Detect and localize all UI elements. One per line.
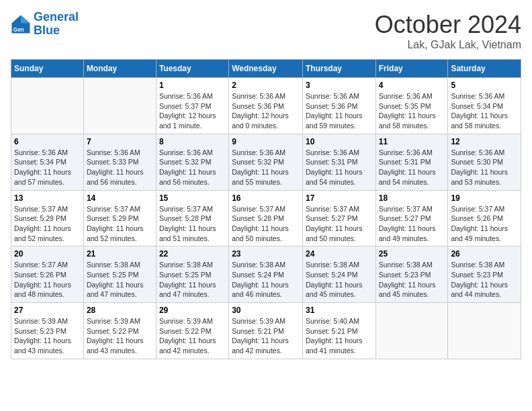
day-detail: Sunset: 5:23 PM — [14, 326, 81, 336]
day-detail: Sunset: 5:26 PM — [14, 270, 81, 280]
weekday-header-sunday: Sunday — [11, 60, 84, 78]
calendar-cell: 8Sunrise: 5:36 AMSunset: 5:32 PMDaylight… — [156, 134, 228, 190]
day-detail: Sunset: 5:21 PM — [232, 326, 300, 336]
calendar-table: SundayMondayTuesdayWednesdayThursdayFrid… — [11, 59, 521, 359]
day-detail: Sunrise: 5:37 AM — [232, 204, 300, 214]
day-number: 13 — [14, 193, 81, 203]
day-detail: Daylight: 11 hours and 58 minutes. — [451, 111, 518, 130]
day-number: 10 — [306, 137, 373, 146]
day-detail: Daylight: 11 hours and 50 minutes. — [306, 224, 373, 243]
day-detail: Sunrise: 5:37 AM — [451, 204, 518, 214]
calendar-cell — [83, 78, 156, 134]
day-detail: Sunset: 5:27 PM — [306, 214, 373, 224]
day-number: 5 — [451, 81, 518, 90]
day-detail: Sunrise: 5:38 AM — [379, 260, 445, 270]
calendar-cell — [11, 78, 84, 134]
day-number: 23 — [232, 249, 300, 259]
day-number: 1 — [159, 81, 226, 90]
calendar-week-3: 13Sunrise: 5:37 AMSunset: 5:29 PMDayligh… — [11, 190, 521, 246]
title-block: October 2024 Lak, GJak Lak, Vietnam — [375, 11, 521, 51]
day-detail: Daylight: 11 hours and 45 minutes. — [306, 280, 373, 300]
day-number: 14 — [87, 193, 153, 203]
day-detail: Sunrise: 5:38 AM — [159, 260, 226, 270]
day-number: 6 — [14, 137, 81, 146]
day-detail: Daylight: 11 hours and 47 minutes. — [87, 280, 153, 300]
logo-text: General Blue — [34, 11, 79, 38]
day-detail: Daylight: 11 hours and 48 minutes. — [14, 280, 81, 300]
day-detail: Daylight: 11 hours and 41 minutes. — [306, 336, 373, 355]
day-detail: Daylight: 11 hours and 46 minutes. — [232, 280, 300, 300]
day-detail: Sunrise: 5:38 AM — [232, 260, 300, 270]
calendar-cell: 6Sunrise: 5:36 AMSunset: 5:34 PMDaylight… — [11, 134, 84, 190]
day-detail: Sunset: 5:25 PM — [87, 270, 153, 280]
day-detail: Sunrise: 5:36 AM — [306, 91, 373, 101]
day-number: 19 — [451, 193, 518, 203]
calendar-cell: 29Sunrise: 5:39 AMSunset: 5:22 PMDayligh… — [156, 303, 228, 359]
day-detail: Sunrise: 5:36 AM — [379, 148, 445, 158]
day-detail: Sunset: 5:37 PM — [159, 101, 226, 111]
day-detail: Sunrise: 5:37 AM — [87, 204, 153, 214]
day-number: 25 — [379, 249, 445, 259]
day-detail: Daylight: 11 hours and 43 minutes. — [14, 336, 81, 355]
day-number: 17 — [306, 193, 373, 203]
day-number: 3 — [306, 81, 373, 90]
calendar-cell: 1Sunrise: 5:36 AMSunset: 5:37 PMDaylight… — [156, 78, 228, 134]
logo-line2: Blue — [34, 24, 79, 38]
day-number: 9 — [232, 137, 300, 146]
day-detail: Sunset: 5:23 PM — [451, 270, 518, 280]
day-detail: Sunset: 5:31 PM — [379, 157, 445, 167]
day-detail: Sunset: 5:29 PM — [87, 214, 153, 224]
calendar-cell: 13Sunrise: 5:37 AMSunset: 5:29 PMDayligh… — [11, 190, 84, 246]
day-detail: Daylight: 11 hours and 56 minutes. — [87, 167, 153, 187]
day-detail: Sunrise: 5:37 AM — [14, 204, 81, 214]
calendar-cell: 9Sunrise: 5:36 AMSunset: 5:32 PMDaylight… — [229, 134, 303, 190]
day-detail: Sunrise: 5:38 AM — [87, 260, 153, 270]
day-number: 15 — [159, 193, 226, 203]
day-detail: Daylight: 11 hours and 58 minutes. — [379, 111, 445, 130]
day-detail: Sunrise: 5:36 AM — [306, 148, 373, 158]
month-title: October 2024 — [375, 11, 521, 39]
day-detail: Daylight: 11 hours and 44 minutes. — [451, 280, 518, 300]
calendar-body: 1Sunrise: 5:36 AMSunset: 5:37 PMDaylight… — [11, 78, 521, 359]
day-detail: Daylight: 11 hours and 53 minutes. — [451, 167, 518, 187]
day-number: 22 — [159, 249, 226, 259]
calendar-cell: 2Sunrise: 5:36 AMSunset: 5:36 PMDaylight… — [229, 78, 303, 134]
day-detail: Sunset: 5:34 PM — [451, 101, 518, 111]
logo-icon: Gen — [11, 14, 31, 34]
calendar-cell: 24Sunrise: 5:38 AMSunset: 5:24 PMDayligh… — [302, 246, 375, 303]
day-detail: Sunset: 5:31 PM — [306, 157, 373, 167]
day-detail: Sunset: 5:22 PM — [87, 326, 153, 336]
calendar-week-4: 20Sunrise: 5:37 AMSunset: 5:26 PMDayligh… — [11, 246, 521, 303]
day-detail: Daylight: 11 hours and 43 minutes. — [87, 336, 153, 355]
day-detail: Daylight: 11 hours and 47 minutes. — [159, 280, 226, 300]
day-detail: Sunset: 5:24 PM — [306, 270, 373, 280]
day-detail: Daylight: 11 hours and 52 minutes. — [87, 224, 153, 243]
day-detail: Sunrise: 5:37 AM — [14, 260, 81, 270]
day-detail: Sunrise: 5:37 AM — [306, 204, 373, 214]
day-detail: Sunrise: 5:39 AM — [14, 316, 81, 326]
calendar-week-2: 6Sunrise: 5:36 AMSunset: 5:34 PMDaylight… — [11, 134, 521, 190]
day-number: 28 — [87, 306, 153, 315]
day-number: 7 — [87, 137, 153, 146]
day-detail: Sunset: 5:28 PM — [232, 214, 300, 224]
day-detail: Sunrise: 5:37 AM — [159, 204, 226, 214]
day-detail: Daylight: 11 hours and 49 minutes. — [451, 224, 518, 243]
day-detail: Daylight: 11 hours and 55 minutes. — [232, 167, 300, 187]
day-detail: Sunset: 5:29 PM — [14, 214, 81, 224]
calendar-cell — [448, 303, 521, 359]
calendar-cell: 31Sunrise: 5:40 AMSunset: 5:21 PMDayligh… — [302, 303, 375, 359]
day-number: 18 — [379, 193, 445, 203]
svg-marker-1 — [21, 15, 30, 23]
day-detail: Sunset: 5:22 PM — [159, 326, 226, 336]
day-number: 4 — [379, 81, 445, 90]
day-detail: Daylight: 12 hours and 0 minutes. — [232, 111, 300, 130]
day-detail: Sunset: 5:33 PM — [87, 157, 153, 167]
day-number: 2 — [232, 81, 300, 90]
day-number: 30 — [232, 306, 300, 315]
calendar-cell: 11Sunrise: 5:36 AMSunset: 5:31 PMDayligh… — [375, 134, 448, 190]
day-detail: Sunrise: 5:36 AM — [159, 91, 226, 101]
day-detail: Daylight: 11 hours and 54 minutes. — [306, 167, 373, 187]
day-detail: Sunrise: 5:36 AM — [14, 148, 81, 158]
calendar-week-5: 27Sunrise: 5:39 AMSunset: 5:23 PMDayligh… — [11, 303, 521, 359]
calendar-cell: 27Sunrise: 5:39 AMSunset: 5:23 PMDayligh… — [11, 303, 84, 359]
